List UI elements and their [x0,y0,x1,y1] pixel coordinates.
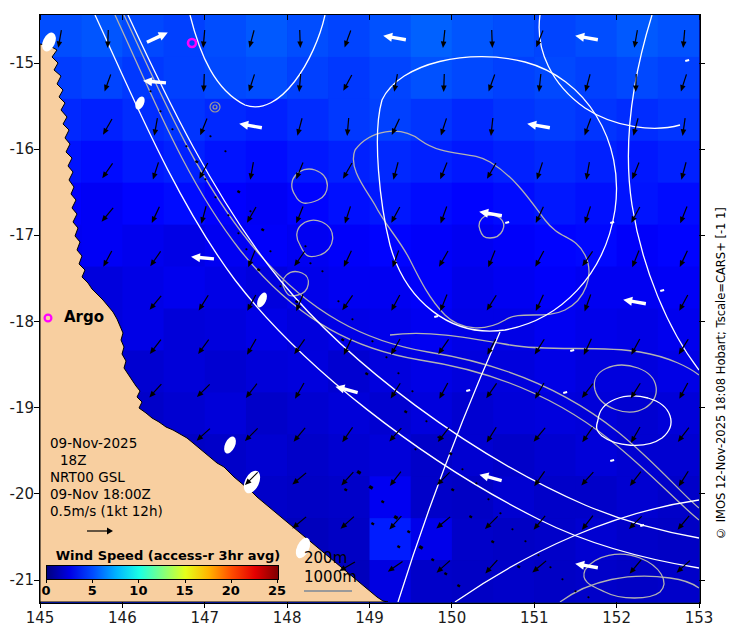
x-tick-top [204,15,205,20]
y-tick-label: -21 [2,571,34,589]
argo-label: Argo [64,308,104,326]
x-tick-label: 150 [430,609,474,627]
x-tick-label: 145 [18,609,62,627]
y-tick-right [699,580,705,581]
x-tick-label: 148 [265,609,309,627]
x-tick [616,602,617,608]
y-tick-right [699,493,705,494]
x-tick-top [534,15,535,20]
x-tick-top [699,15,700,20]
timestamp-date: 09-Nov-2025 [50,435,163,452]
model-timestamp-block: 09-Nov-2025 18Z NRT00 GSL 09-Nov 18:00Z … [50,435,163,520]
colorbar-tick-label: 5 [79,583,105,598]
y-tick-label: -18 [2,313,34,331]
scale-arrow-icon [86,521,114,540]
x-tick-top [369,15,370,20]
x-tick-label: 147 [183,609,227,627]
y-tick [34,321,40,322]
x-tick-label: 149 [348,609,392,627]
x-tick [369,602,370,608]
depth-legend-1000m: 1000m [304,568,357,587]
x-tick-label: 146 [100,609,144,627]
y-tick-right [699,63,705,64]
x-tick-label: 152 [595,609,639,627]
y-tick-label: -19 [2,399,34,417]
y-tick-label: -20 [2,485,34,503]
x-tick-top [451,15,452,20]
figure-canvas: 145146147148149150151152153-15-16-17-18-… [0,0,742,634]
y-tick-right [699,321,705,322]
x-tick [287,602,288,608]
vector-scale-label: 0.5m/s (1kt 12h) [50,503,163,520]
y-tick-label: -15 [2,54,34,72]
y-tick [34,407,40,408]
wind-speed-colorbar: Wind Speed (access-r 3hr avg) 0510152025 [45,548,291,598]
y-tick-label: -17 [2,226,34,244]
y-tick [34,493,40,494]
copyright-note: © IMOS 12-Nov-2025 18:08 Hobart; Tscale=… [714,140,732,608]
x-tick-top [40,15,41,20]
x-tick-label: 153 [677,609,721,627]
y-tick-right [699,149,705,150]
y-tick-right [699,407,705,408]
x-tick-label: 151 [512,609,556,627]
colorbar-ticks: 0510152025 [46,580,279,598]
y-tick [34,235,40,236]
x-tick [204,602,205,608]
colorbar-tick-label: 20 [218,583,244,598]
x-tick-top [616,15,617,20]
colorbar-gradient [46,565,279,580]
x-tick-top [122,15,123,20]
depth-contour-legend: 200m 1000m [304,549,357,592]
x-tick [451,602,452,608]
y-tick [34,149,40,150]
y-tick [34,63,40,64]
y-tick [34,580,40,581]
x-tick [699,602,700,608]
colorbar-tick-label: 0 [33,583,59,598]
timestamp-hour: 18Z [50,452,163,469]
colorbar-title: Wind Speed (access-r 3hr avg) [45,548,291,563]
model-name: NRT00 GSL [50,469,163,486]
y-tick-right [699,235,705,236]
y-tick-label: -16 [2,140,34,158]
depth-legend-200m: 200m [304,549,357,568]
x-tick [40,602,41,608]
colorbar-tick-label: 25 [264,583,290,598]
model-time: 09-Nov 18:00Z [50,486,163,503]
depth-1000m-line-sample [304,590,352,592]
x-tick-top [287,15,288,20]
x-tick [534,602,535,608]
colorbar-tick-label: 10 [125,583,151,598]
colorbar-tick-label: 15 [172,583,198,598]
x-tick [122,602,123,608]
